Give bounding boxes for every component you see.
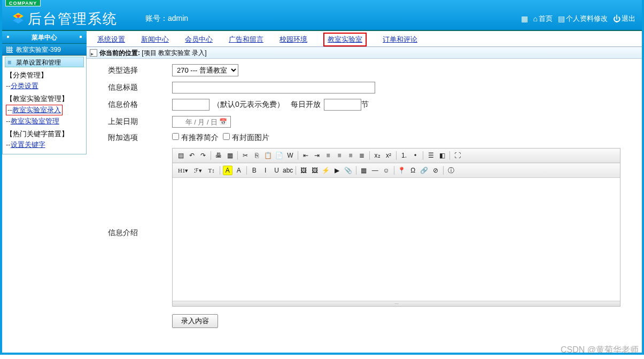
sidebar-item[interactable]: --分类设置 <box>6 81 84 91</box>
ul-icon[interactable]: • <box>410 151 420 160</box>
rich-editor: ▤↶↷🖶▦✂⎘📋📄W⇤⇥≡≡≡≣x₂x²1.•☰◧⛶ H1▾ℱ▾T↕AABIUa… <box>172 148 620 307</box>
price-input[interactable] <box>172 99 210 111</box>
account-label: 账号：admin <box>145 14 188 24</box>
tab-校园环境[interactable]: 校园环境 <box>280 35 307 46</box>
grid-icon: ▦ <box>521 14 528 23</box>
file-icon[interactable]: 📎 <box>344 166 353 175</box>
heading-select[interactable]: H1▾ <box>176 166 190 175</box>
align-left-icon[interactable]: ≡ <box>323 151 333 160</box>
cut-icon[interactable]: ✂ <box>240 151 250 160</box>
section-header: 菜单设置和管理 <box>5 57 84 67</box>
ol-icon[interactable]: 1. <box>399 151 409 160</box>
bgcolor-icon[interactable]: A <box>234 166 244 175</box>
addon-label: 附加选项 <box>108 133 172 143</box>
slot-input[interactable] <box>324 99 361 111</box>
type-select[interactable]: 270 --- 普通教室 <box>172 64 238 76</box>
table-icon[interactable]: ▦ <box>359 166 369 175</box>
price-label: 信息价格 <box>108 100 172 110</box>
link-icon[interactable]: 🔗 <box>420 166 429 175</box>
sidebar-item[interactable]: --教室实验室录入 <box>6 105 63 115</box>
size-select[interactable]: T↕ <box>206 166 216 175</box>
slot-unit: 节 <box>361 100 369 110</box>
eraser-icon[interactable]: ◧ <box>437 151 447 160</box>
system-title: 后台管理系统 <box>28 10 118 28</box>
sidebar-group-title: 【分类管理】 <box>6 71 84 80</box>
font-select[interactable]: ℱ▾ <box>192 166 204 175</box>
align-right-icon[interactable]: ≡ <box>346 151 355 160</box>
title-label: 信息标题 <box>108 83 172 92</box>
flash-icon[interactable]: ⚡ <box>321 166 331 175</box>
tab-广告和留言[interactable]: 广告和留言 <box>229 35 263 46</box>
paste-icon[interactable]: 📋 <box>263 151 273 160</box>
editor-resize-handle[interactable]: ⋯ <box>173 301 620 306</box>
editor-canvas[interactable] <box>173 178 620 301</box>
addon-rec-checkbox[interactable] <box>172 133 179 140</box>
logout-link[interactable]: ⏻退出 <box>613 14 635 24</box>
image-icon[interactable]: 🖼 <box>299 166 308 175</box>
map-icon[interactable]: 📍 <box>397 166 407 175</box>
media-icon[interactable]: ▶ <box>332 166 342 175</box>
underline-icon[interactable]: U <box>272 166 282 175</box>
sup-icon[interactable]: x² <box>384 151 393 160</box>
submit-button[interactable]: 录入内容 <box>172 314 218 328</box>
title-input[interactable] <box>172 82 375 93</box>
sub-icon[interactable]: x₂ <box>373 151 382 160</box>
type-label: 类型选择 <box>108 66 172 75</box>
top-tabs: 系统设置新闻中心会员中心广告和留言校园环境教室实验室订单和评论 <box>87 31 642 47</box>
home-link[interactable]: ⌂首页 <box>533 14 553 24</box>
undo-icon[interactable]: ↶ <box>187 151 197 160</box>
paste-word-icon[interactable]: W <box>285 151 295 160</box>
tab-会员中心[interactable]: 会员中心 <box>185 35 213 46</box>
power-icon: ⏻ <box>613 14 620 23</box>
sidebar-group-title: 【教室实验室管理】 <box>6 94 84 104</box>
menu-center-header: 菜单中心 <box>2 31 87 44</box>
tab-教室实验室[interactable]: 教室实验室 <box>323 33 367 46</box>
price-hint: （默认0元表示免费） <box>213 100 284 110</box>
date-input[interactable] <box>172 116 231 128</box>
sidebar: 菜单中心 教室实验室-399 菜单设置和管理 【分类管理】--分类设置【教室实验… <box>2 31 87 353</box>
color-icon[interactable]: A <box>223 166 232 175</box>
sidebar-item[interactable]: --教室实验室管理 <box>6 116 84 126</box>
hr-icon[interactable]: — <box>370 166 380 175</box>
indent-icon[interactable]: ⇥ <box>312 151 322 160</box>
date-label: 上架日期 <box>108 117 172 127</box>
paste-text-icon[interactable]: 📄 <box>274 151 284 160</box>
daily-open-label: 每日开放 <box>291 100 321 110</box>
emoji-icon[interactable]: ☺ <box>382 166 391 175</box>
justify-icon[interactable]: ≣ <box>357 151 367 160</box>
italic-icon[interactable]: I <box>261 166 270 175</box>
print-icon[interactable]: 🖶 <box>214 151 223 160</box>
profile-icon: ▤ <box>558 14 565 23</box>
strike-icon[interactable]: abc <box>283 166 293 175</box>
breadcrumb: 你当前的位置: [项目 教室实验室 录入] <box>87 47 642 59</box>
home-icon: ⌂ <box>533 14 538 23</box>
copy-icon[interactable]: ⎘ <box>252 151 261 160</box>
sidebar-item[interactable]: --设置关键字 <box>6 140 84 150</box>
template-icon[interactable]: ▦ <box>225 151 235 160</box>
addon-rec-option[interactable]: 有推荐简介 <box>172 133 219 143</box>
char-icon[interactable]: Ω <box>408 166 418 175</box>
intro-label: 信息介绍 <box>108 148 172 307</box>
multi-image-icon[interactable]: 🖼 <box>310 166 320 175</box>
fullscreen-icon[interactable]: ⛶ <box>453 151 462 160</box>
select-all-icon[interactable]: ☰ <box>426 151 436 160</box>
addon-cover-checkbox[interactable] <box>223 133 230 140</box>
tab-系统设置[interactable]: 系统设置 <box>97 35 125 46</box>
outdent-icon[interactable]: ⇤ <box>301 151 311 160</box>
source-icon[interactable]: ▤ <box>176 151 185 160</box>
bold-icon[interactable]: B <box>250 166 259 175</box>
header-bar: COMPANY 后台管理系统 账号：admin ▦ ⌂首页 ▤个人资料修改 ⏻退… <box>2 0 642 31</box>
tab-新闻中心[interactable]: 新闻中心 <box>141 35 169 46</box>
module-bar: 教室实验室-399 <box>2 44 87 56</box>
redo-icon[interactable]: ↷ <box>198 151 208 160</box>
addon-cover-option[interactable]: 有封面图片 <box>223 133 269 143</box>
company-tag: COMPANY <box>5 0 41 6</box>
tab-订单和评论[interactable]: 订单和评论 <box>383 35 417 46</box>
sidebar-group-title: 【热门关键字苗置】 <box>6 129 84 139</box>
profile-link[interactable]: ▤个人资料修改 <box>558 14 608 24</box>
align-center-icon[interactable]: ≡ <box>335 151 344 160</box>
unlink-icon[interactable]: ⊘ <box>431 166 440 175</box>
about-icon[interactable]: ⓘ <box>446 166 456 175</box>
logo-icon <box>12 12 25 25</box>
